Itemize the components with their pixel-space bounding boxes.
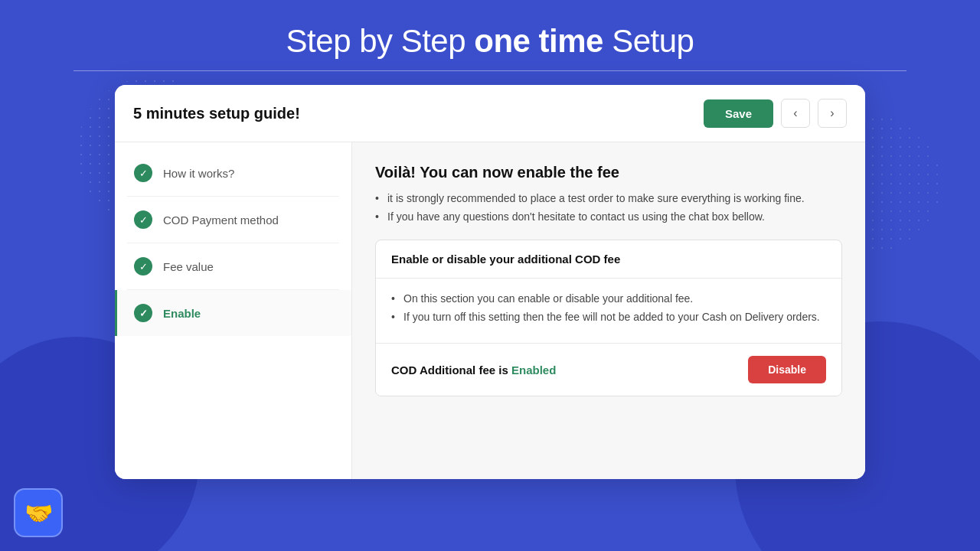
fee-status-prefix: COD Additional fee is	[391, 364, 511, 377]
card-header-actions: Save ‹ ›	[704, 99, 847, 128]
header-divider	[74, 70, 906, 71]
sidebar-item-enable[interactable]: ✓ Enable	[115, 290, 351, 336]
nav-next-button[interactable]: ›	[818, 99, 847, 128]
fee-status-value: Enabled	[511, 364, 556, 377]
enable-section-box: Enable or disable your additional COD fe…	[375, 240, 842, 396]
card-body: ✓ How it works? ✓ COD Payment method ✓ F…	[115, 142, 865, 479]
intro-bullet-2: If you have any questions don't hesitate…	[375, 210, 842, 223]
fee-status-text: COD Additional fee is Enabled	[391, 364, 556, 377]
card-title: 5 minutes setup guide!	[133, 105, 300, 122]
title-part1: Step by Step	[286, 23, 475, 59]
section-bullet-2: If you turn off this setting then the fe…	[391, 311, 826, 323]
check-icon-fee-value: ✓	[134, 257, 152, 276]
card-header: 5 minutes setup guide! Save ‹ ›	[115, 85, 865, 142]
title-part2: Setup	[603, 23, 694, 59]
sidebar-item-how-it-works[interactable]: ✓ How it works?	[115, 150, 351, 196]
nav-prev-button[interactable]: ‹	[781, 99, 810, 128]
page-header: Step by Step one time Setup	[0, 0, 980, 85]
title-bold: one time	[474, 23, 603, 59]
section-bullet-1: On this section you can enable or disabl…	[391, 292, 826, 305]
intro-bullets: it is strongly recommended to place a te…	[375, 192, 842, 223]
sidebar-label-fee-value: Fee value	[163, 260, 214, 273]
check-icon-enable: ✓	[134, 304, 152, 322]
sidebar-label-how-it-works: How it works?	[163, 167, 234, 180]
section-footer: COD Additional fee is Enabled Disable	[376, 344, 841, 396]
sidebar-item-cod-payment[interactable]: ✓ COD Payment method	[115, 197, 351, 243]
sidebar: ✓ How it works? ✓ COD Payment method ✓ F…	[115, 142, 352, 479]
setup-card: 5 minutes setup guide! Save ‹ › ✓ How it…	[115, 85, 865, 479]
section-body: On this section you can enable or disabl…	[376, 279, 841, 344]
disable-button[interactable]: Disable	[748, 356, 826, 383]
main-title: Voilà! You can now enable the fee	[375, 164, 842, 181]
check-icon-cod-payment: ✓	[134, 210, 152, 229]
intro-bullet-1: it is strongly recommended to place a te…	[375, 192, 842, 204]
sidebar-item-fee-value[interactable]: ✓ Fee value	[115, 243, 351, 289]
app-icon-emoji: 🤝	[24, 500, 53, 527]
save-button[interactable]: Save	[704, 99, 773, 128]
main-content: Voilà! You can now enable the fee it is …	[352, 142, 865, 479]
check-icon-how-it-works: ✓	[134, 164, 152, 182]
section-bullets: On this section you can enable or disabl…	[391, 292, 826, 323]
section-header: Enable or disable your additional COD fe…	[376, 240, 841, 279]
app-icon: 🤝	[14, 488, 63, 537]
page-title: Step by Step one time Setup	[0, 23, 980, 60]
sidebar-label-enable: Enable	[163, 307, 201, 320]
sidebar-label-cod-payment: COD Payment method	[163, 214, 279, 227]
